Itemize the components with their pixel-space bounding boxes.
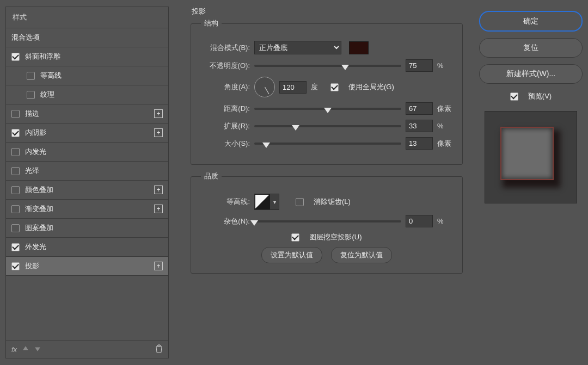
style-item-0[interactable]: 斜面和浮雕 [6, 47, 168, 66]
contour-picker[interactable]: ▾ [254, 194, 279, 210]
blend-mode-label: 混合模式(B): [201, 43, 250, 53]
spread-input[interactable] [406, 120, 433, 132]
style-item-7[interactable]: 颜色叠加+ [6, 181, 168, 200]
spread-slider[interactable] [254, 125, 401, 127]
style-label: 描边 [25, 109, 154, 119]
style-checkbox[interactable] [11, 148, 20, 156]
style-item-1[interactable]: 等高线 [6, 66, 168, 85]
distance-input[interactable] [406, 102, 433, 115]
style-item-9[interactable]: 图案叠加 [6, 219, 168, 238]
style-item-6[interactable]: 光泽 [6, 162, 168, 181]
spread-unit: % [437, 122, 452, 130]
blend-mode-select[interactable]: 正片叠底 [254, 41, 341, 54]
style-label: 内阴影 [25, 128, 154, 138]
opacity-unit: % [437, 61, 452, 70]
antialias-label: 消除锯齿(L) [314, 197, 351, 207]
style-checkbox[interactable] [11, 205, 20, 213]
style-checkbox[interactable] [11, 129, 20, 137]
style-label: 斜面和浮雕 [25, 52, 163, 61]
size-slider[interactable] [254, 143, 401, 145]
add-effect-icon[interactable]: + [154, 185, 163, 194]
structure-group: 结构 混合模式(B): 正片叠底 不透明度(O): % 角度(A): 度 使用全… [191, 18, 463, 165]
style-checkbox[interactable] [11, 186, 20, 194]
arrow-down-icon[interactable] [34, 345, 41, 354]
distance-label: 距离(D): [201, 104, 250, 114]
style-checkbox[interactable] [11, 167, 20, 175]
distance-unit: 像素 [437, 104, 452, 114]
knockout-checkbox[interactable] [291, 233, 299, 242]
style-checkbox[interactable] [11, 224, 20, 232]
set-default-button[interactable]: 设置为默认值 [261, 247, 322, 263]
distance-slider[interactable] [254, 108, 401, 110]
preview-label: 预览(V) [528, 91, 552, 101]
reset-default-button[interactable]: 复位为默认值 [331, 247, 392, 263]
style-label: 渐变叠加 [25, 204, 154, 214]
style-label: 图案叠加 [25, 223, 163, 233]
add-effect-icon[interactable]: + [154, 205, 163, 213]
style-label: 纹理 [40, 90, 163, 100]
arrow-up-icon[interactable] [22, 345, 29, 354]
add-effect-icon[interactable]: + [154, 109, 163, 118]
noise-input[interactable] [406, 215, 433, 227]
opacity-slider[interactable] [254, 65, 401, 67]
style-label: 光泽 [25, 166, 163, 176]
reset-button[interactable]: 复位 [479, 38, 583, 58]
style-label: 等高线 [40, 71, 163, 81]
style-item-11[interactable]: 投影+ [6, 257, 168, 276]
contour-swatch [255, 194, 270, 209]
blend-options-label: 混合选项 [11, 33, 163, 42]
style-checkbox[interactable] [11, 243, 20, 251]
size-input[interactable] [406, 137, 433, 150]
style-item-2[interactable]: 纹理 [6, 85, 168, 104]
size-unit: 像素 [437, 139, 452, 149]
style-label: 内发光 [25, 147, 163, 157]
style-checkbox[interactable] [11, 53, 20, 61]
angle-label: 角度(A): [201, 82, 250, 92]
style-label: 投影 [25, 261, 154, 271]
global-light-checkbox[interactable] [330, 83, 339, 91]
style-item-4[interactable]: 内阴影+ [6, 123, 168, 143]
size-label: 大小(S): [201, 139, 250, 149]
panel-title: 投影 [191, 7, 463, 16]
add-effect-icon[interactable]: + [154, 262, 163, 270]
quality-group: 品质 等高线: ▾ 消除锯齿(L) 杂色(N): % 图层挖空投影(U) 设置为… [191, 171, 463, 274]
style-item-3[interactable]: 描边+ [6, 104, 168, 123]
styles-sidebar: 样式 混合选项 斜面和浮雕等高线纹理描边+内阴影+内发光光泽颜色叠加+渐变叠加+… [5, 7, 169, 358]
fx-icon[interactable]: fx [11, 345, 17, 354]
styles-footer: fx [6, 341, 168, 358]
style-checkbox[interactable] [27, 72, 35, 80]
quality-legend: 品质 [201, 171, 222, 181]
drop-shadow-panel: 投影 结构 混合模式(B): 正片叠底 不透明度(O): % 角度(A): 度 … [191, 7, 463, 358]
angle-dial[interactable] [254, 77, 275, 97]
style-checkbox[interactable] [11, 110, 20, 118]
angle-unit: 度 [311, 82, 326, 92]
chevron-down-icon: ▾ [270, 194, 279, 209]
style-checkbox[interactable] [11, 262, 20, 270]
shadow-color-swatch[interactable] [349, 41, 369, 54]
preview-checkbox[interactable] [510, 92, 518, 101]
style-item-8[interactable]: 渐变叠加+ [6, 200, 168, 219]
noise-slider[interactable] [254, 220, 401, 222]
dialog-actions: 确定 复位 新建样式(W)... 预览(V) [479, 7, 583, 358]
global-light-label: 使用全局光(G) [348, 82, 394, 92]
angle-input[interactable] [279, 81, 307, 94]
opacity-label: 不透明度(O): [201, 61, 250, 71]
antialias-checkbox[interactable] [296, 198, 304, 206]
structure-legend: 结构 [201, 18, 222, 28]
preview-sample [500, 127, 554, 180]
ok-button[interactable]: 确定 [479, 11, 583, 32]
style-item-10[interactable]: 外发光 [6, 238, 168, 257]
new-style-button[interactable]: 新建样式(W)... [479, 64, 583, 84]
contour-label: 等高线: [201, 197, 250, 207]
blend-options-item[interactable]: 混合选项 [6, 28, 168, 47]
spread-label: 扩展(R): [201, 121, 250, 131]
styles-header: 样式 [6, 7, 168, 28]
style-item-5[interactable]: 内发光 [6, 143, 168, 162]
style-label: 颜色叠加 [25, 185, 154, 195]
style-checkbox[interactable] [27, 91, 35, 99]
style-label: 外发光 [25, 242, 163, 252]
noise-label: 杂色(N): [201, 216, 250, 226]
opacity-input[interactable] [406, 59, 433, 72]
trash-icon[interactable] [155, 344, 163, 355]
add-effect-icon[interactable]: + [154, 128, 163, 137]
